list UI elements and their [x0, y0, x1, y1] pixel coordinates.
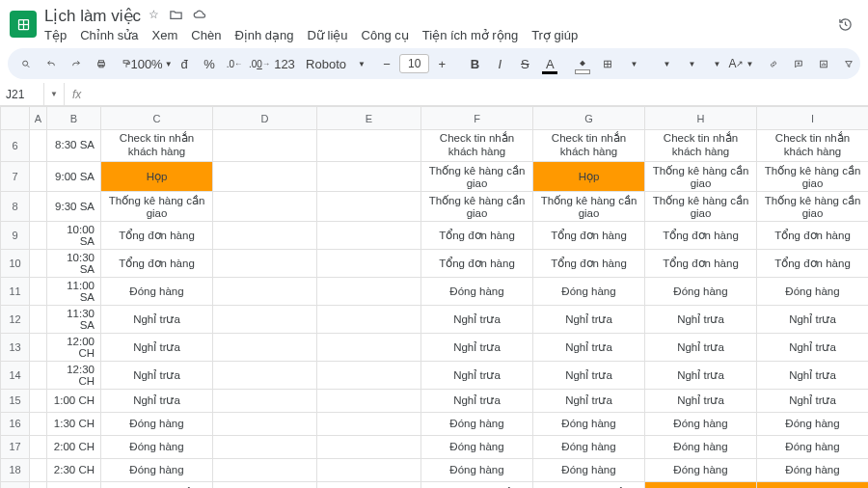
cell[interactable] [213, 412, 317, 435]
italic-button[interactable]: I [489, 52, 510, 75]
cell[interactable] [30, 277, 47, 305]
bold-button[interactable]: B [464, 52, 485, 75]
cell[interactable] [317, 191, 421, 221]
cell[interactable] [30, 481, 47, 488]
cell[interactable]: Họp [101, 161, 213, 191]
spreadsheet-grid[interactable]: ABCDEFGHIJ 68:30 SACheck tin nhắn khách … [0, 106, 868, 488]
cell[interactable]: Tổng đơn hàng [421, 249, 533, 277]
cell[interactable]: Check công việc [101, 481, 213, 488]
cell[interactable] [30, 435, 47, 458]
cell[interactable]: Đóng hàng [101, 412, 213, 435]
menu-data[interactable]: Dữ liệu [308, 28, 348, 42]
row-header[interactable]: 6 [1, 130, 30, 162]
cell[interactable] [30, 361, 47, 389]
redo-icon[interactable] [66, 52, 87, 75]
cell[interactable]: Đóng hàng [757, 435, 869, 458]
cell[interactable] [317, 161, 421, 191]
cell[interactable]: Nghỉ trưa [645, 305, 757, 333]
menu-view[interactable]: Xem [152, 28, 178, 42]
menu-help[interactable]: Trợ giúp [531, 28, 578, 42]
insert-chart-icon[interactable] [813, 52, 834, 75]
cell[interactable] [213, 435, 317, 458]
cell[interactable]: Tổng đơn hàng [645, 221, 757, 249]
cell[interactable] [213, 333, 317, 361]
cell[interactable]: 3:00 CH [47, 481, 101, 488]
horizontal-align-icon[interactable]: ▼ [655, 52, 676, 75]
cell[interactable]: Check tin nhắn khách hàng [645, 130, 757, 162]
cell[interactable]: Đóng hàng [533, 412, 645, 435]
undo-icon[interactable] [41, 52, 62, 75]
cell[interactable]: 1:00 CH [47, 389, 101, 412]
cell[interactable] [30, 412, 47, 435]
cell[interactable]: 10:00 SA [47, 221, 101, 249]
cell[interactable]: Tổng đơn hàng [757, 221, 869, 249]
cell[interactable]: Thống kê hàng cần giao [757, 191, 869, 221]
row-header[interactable]: 19 [1, 481, 30, 488]
cell[interactable]: 12:00 CH [47, 333, 101, 361]
borders-icon[interactable] [597, 52, 618, 75]
cell[interactable] [317, 221, 421, 249]
cell[interactable]: Đóng hàng [757, 412, 869, 435]
cell[interactable] [213, 130, 317, 162]
cell[interactable]: Nghỉ trưa [533, 361, 645, 389]
column-header[interactable]: C [101, 107, 213, 130]
zoom-select[interactable]: 100%▼ [141, 52, 162, 75]
cell[interactable]: 9:30 SA [47, 191, 101, 221]
cell[interactable]: Nghỉ trưa [645, 333, 757, 361]
insert-comment-icon[interactable] [788, 52, 809, 75]
cell[interactable]: Đóng hàng [421, 458, 533, 481]
font-size-increase[interactable]: + [431, 52, 452, 75]
column-header[interactable]: D [213, 107, 317, 130]
cell[interactable]: Thống kê hàng cần giao [645, 191, 757, 221]
cell[interactable] [317, 130, 421, 162]
cell[interactable]: 11:00 SA [47, 277, 101, 305]
cell[interactable]: 11:30 SA [47, 305, 101, 333]
cell[interactable]: Check tin nhắn khách hàng [101, 130, 213, 162]
cell[interactable]: 9:00 SA [47, 161, 101, 191]
column-header[interactable]: E [317, 107, 421, 130]
cell[interactable] [30, 249, 47, 277]
cell[interactable] [317, 389, 421, 412]
column-header[interactable]: H [645, 107, 757, 130]
cell[interactable] [213, 249, 317, 277]
cell[interactable]: 10:30 SA [47, 249, 101, 277]
cell[interactable]: Đóng hàng [645, 277, 757, 305]
formula-input[interactable] [89, 83, 868, 105]
cell[interactable] [30, 305, 47, 333]
cell[interactable]: Nghỉ trưa [533, 305, 645, 333]
cell[interactable]: Đóng hàng [757, 458, 869, 481]
row-header[interactable]: 17 [1, 435, 30, 458]
cell[interactable] [213, 389, 317, 412]
cell[interactable]: Đóng hàng [757, 277, 869, 305]
cell[interactable]: Thống kê hàng cần giao [101, 191, 213, 221]
cell[interactable]: Nghỉ trưa [757, 389, 869, 412]
cell[interactable]: Đóng hàng [421, 277, 533, 305]
cell[interactable] [30, 333, 47, 361]
row-header[interactable]: 16 [1, 412, 30, 435]
cell[interactable]: 1:30 CH [47, 412, 101, 435]
column-header[interactable]: G [533, 107, 645, 130]
fill-color-icon[interactable] [572, 52, 593, 75]
cell[interactable]: Đóng hàng [101, 435, 213, 458]
cell[interactable] [30, 458, 47, 481]
cell[interactable] [317, 249, 421, 277]
font-size-decrease[interactable]: − [376, 52, 397, 75]
cell[interactable]: Đóng hàng [645, 435, 757, 458]
cell[interactable]: Tổng đơn hàng [101, 249, 213, 277]
search-menus-icon[interactable] [15, 52, 37, 75]
cell[interactable]: Họp [533, 161, 645, 191]
document-title[interactable]: Lịch làm việc [44, 6, 141, 26]
cell[interactable]: Nghỉ trưa [421, 305, 533, 333]
cell[interactable]: 2:30 CH [47, 458, 101, 481]
cell[interactable]: Đóng hàng [533, 435, 645, 458]
row-header[interactable]: 14 [1, 361, 30, 389]
cell[interactable] [317, 333, 421, 361]
font-select[interactable]: Roboto▼ [307, 52, 365, 75]
cell[interactable]: Đóng hàng [101, 277, 213, 305]
cell[interactable]: Thống kê hàng cần giao [533, 191, 645, 221]
cell[interactable] [213, 361, 317, 389]
cell[interactable]: Tổng đơn hàng [645, 249, 757, 277]
row-header[interactable]: 7 [1, 161, 30, 191]
move-folder-icon[interactable] [169, 8, 183, 25]
cloud-status-icon[interactable] [193, 8, 207, 25]
